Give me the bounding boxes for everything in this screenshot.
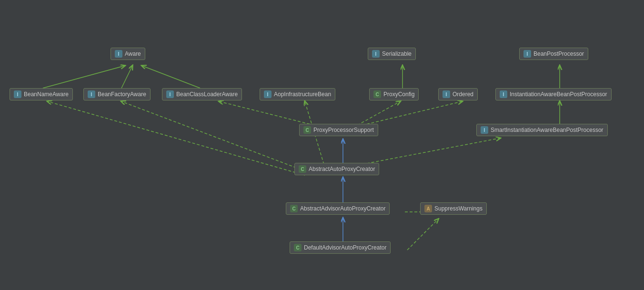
label-siabpp: SmartInstantiationAwareBeanPostProcessor — [491, 127, 604, 133]
badge-bcla: I — [166, 90, 174, 98]
diagram-canvas: I 🔗 Aware I 🔗 Serializable I 🔗 BeanPostP… — [0, 0, 644, 290]
svg-line-15 — [362, 138, 500, 164]
label-aaapc: AbstractAdvisorAutoProxyCreator — [300, 205, 385, 212]
svg-line-14 — [48, 101, 305, 175]
badge-sw: A — [424, 205, 432, 212]
svg-line-8 — [357, 101, 400, 125]
badge-bfa: I — [88, 90, 95, 98]
node-proxyProcessorSupport[interactable]: C 🔗 ProxyProcessorSupport — [299, 124, 378, 136]
svg-line-4 — [142, 66, 200, 88]
badge-aib: I — [264, 90, 272, 98]
label-ord: Ordered — [453, 91, 473, 98]
label-pps: ProxyProcessorSupport — [313, 127, 374, 133]
label-aware: Aware — [125, 50, 141, 57]
label-sw: SuppressWarnings — [434, 205, 483, 212]
node-abstractAutoProxyCreator[interactable]: C 🔗 AbstractAutoProxyCreator — [294, 163, 379, 175]
label-aib: AopInfrastructureBean — [274, 91, 331, 98]
badge-siabpp: I — [481, 126, 488, 134]
svg-line-10 — [219, 101, 314, 125]
node-serializable[interactable]: I 🔗 Serializable — [368, 48, 416, 60]
svg-line-3 — [121, 66, 132, 88]
svg-line-19 — [407, 219, 438, 250]
node-beanNameAware[interactable]: I 🔗 BeanNameAware — [10, 88, 73, 100]
label-aapc: AbstractAutoProxyCreator — [309, 166, 375, 172]
node-aopInfrastructureBean[interactable]: I 🔗 AopInfrastructureBean — [260, 88, 335, 100]
node-beanFactoryAware[interactable]: I 🔗 BeanFactoryAware — [83, 88, 151, 100]
svg-line-9 — [362, 101, 462, 125]
label-bna: BeanNameAware — [24, 91, 69, 98]
label-iabpp: InstantiationAwareBeanPostProcessor — [510, 91, 607, 98]
badge-aware: I — [115, 50, 122, 58]
node-proxyConfig[interactable]: C 🔗 ProxyConfig — [369, 88, 419, 100]
node-defaultAdvisorAutoProxyCreator[interactable]: C 🔗 DefaultAdvisorAutoProxyCreator — [290, 241, 391, 254]
node-ordered[interactable]: I 🔗 Ordered — [438, 88, 478, 100]
label-bfa: BeanFactoryAware — [98, 91, 146, 98]
node-abstractAdvisorAutoProxyCreator[interactable]: C 🔗 AbstractAdvisorAutoProxyCreator — [286, 202, 390, 215]
badge-serializable: I — [372, 50, 380, 58]
label-serializable: Serializable — [382, 50, 412, 57]
badge-aaapc: C — [290, 205, 298, 212]
label-bpp: BeanPostProcessor — [533, 50, 584, 57]
node-smartInstantiationAwareBeanPostProcessor[interactable]: I 🔗 SmartInstantiationAwareBeanPostProce… — [476, 124, 608, 136]
badge-ord: I — [443, 90, 450, 98]
node-suppressWarnings[interactable]: A 🔗 SuppressWarnings — [420, 202, 487, 215]
badge-dapc: C — [294, 244, 302, 251]
node-instantiationAwareBeanPostProcessor[interactable]: I 🔗 InstantiationAwareBeanPostProcessor — [495, 88, 612, 100]
badge-pc: C — [373, 90, 381, 98]
node-beanClassLoaderAware[interactable]: I 🔗 BeanClassLoaderAware — [162, 88, 242, 100]
badge-iabpp: I — [500, 90, 507, 98]
svg-line-13 — [121, 101, 310, 173]
label-bcla: BeanClassLoaderAware — [176, 91, 238, 98]
badge-bna: I — [14, 90, 21, 98]
node-beanPostProcessor[interactable]: I 🔗 BeanPostProcessor — [519, 48, 588, 60]
label-pc: ProxyConfig — [383, 91, 414, 98]
badge-bpp: I — [523, 50, 531, 58]
label-dapc: DefaultAdvisorAutoProxyCreator — [304, 244, 386, 251]
node-aware[interactable]: I 🔗 Aware — [111, 48, 145, 60]
badge-pps: C — [303, 126, 311, 134]
badge-aapc: C — [299, 165, 306, 173]
svg-line-2 — [43, 66, 125, 88]
